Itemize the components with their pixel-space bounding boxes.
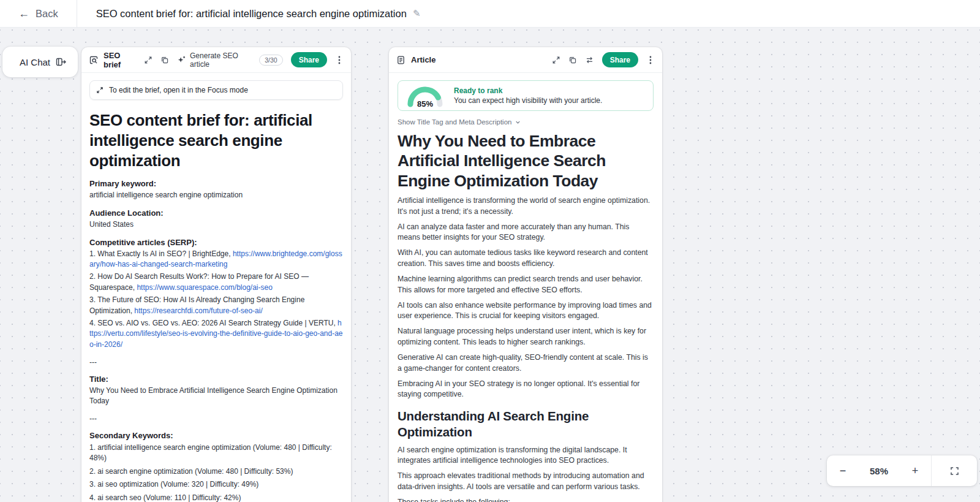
meta-description-toggle[interactable]: Show Title Tag and Meta Description [398,118,654,126]
open-panel-arrow-icon [56,57,67,67]
brief-divider: --- [89,414,343,423]
article-panel-title: Article [411,55,435,64]
serp-item: 1. What Exactly Is AI in SEO? | BrightEd… [89,249,343,270]
score-gauge: 85% [405,84,445,107]
serp-label: Competitive articles (SERP): [89,238,343,247]
share-button[interactable]: Share [291,52,327,67]
article-section-paragraphs: AI search engine optimization is transfo… [398,445,654,502]
page-title: SEO content brief for: artificial intell… [96,8,407,20]
ai-chat-button[interactable]: AI Chat [2,47,78,77]
audience-location-label: Audience Location: [89,208,343,218]
article-panel: Article Share [389,47,662,502]
serp-item: 2. How Do AI Search Results Work?: How t… [89,272,343,293]
secondary-keywords-list: 1. artificial intelligence search engine… [89,443,343,502]
article-paragraph: Machine learning algorithms can predict … [398,274,654,295]
score-description: You can expect high visibility with your… [454,96,602,105]
brief-panel-title: SEO brief [104,51,139,69]
serp-item: 3. The Future of SEO: How AI Is Already … [89,295,343,316]
generate-seo-article-button[interactable]: Generate SEO article 3/30 [177,51,283,69]
chevron-down-icon [514,119,521,126]
secondary-keywords-label: Secondary Keywords: [89,431,343,440]
copy-icon[interactable] [568,56,577,64]
serp-list: 1. What Exactly Is AI in SEO? | BrightEd… [89,249,343,351]
focus-mode-banner[interactable]: To edit the brief, open it in the Focus … [89,80,343,100]
back-label: Back [36,8,58,20]
sparkle-icon [177,55,186,64]
serp-item: 4. SEO vs. AIO vs. GEO vs. AEO: 2026 AI … [89,318,343,350]
article-paragraph: AI search engine optimization is transfo… [398,445,654,466]
article-paragraph: AI tools can also enhance website perfor… [398,300,654,322]
title-value: Why You Need to Embrace Artificial Intel… [89,386,343,406]
generate-label: Generate SEO article [190,51,255,69]
generate-quota-badge: 3/30 [259,55,282,66]
brief-panel-header: SEO brief [81,47,351,73]
share-button[interactable]: Share [602,52,638,67]
zoom-out-button[interactable]: − [827,465,859,477]
article-doc-icon [396,55,406,65]
kebab-menu-icon[interactable] [335,55,344,65]
expand-icon[interactable] [552,56,560,64]
score-title: Ready to rank [454,86,602,95]
brief-body: To edit the brief, open it in the Focus … [81,73,351,502]
article-paragraph: Natural language processing helps unders… [398,326,654,348]
article-paragraph: Artificial intelligence is transforming … [398,196,654,217]
ready-to-rank-banner: 85% Ready to rank You can expect high vi… [398,80,654,111]
article-h1: Why You Need to Embrace Artificial Intel… [398,131,654,191]
audience-location-value: United States [89,219,343,230]
score-value: 85% [405,99,445,108]
article-panel-header: Article Share [389,47,662,73]
article-paragraph: Generative AI can create high-quality, S… [398,352,654,374]
fullscreen-icon [949,466,960,476]
edit-pencil-icon[interactable]: ✎ [413,8,421,19]
expand-icon[interactable] [144,56,153,64]
article-paragraph: These tasks include the following: [398,497,654,502]
brief-divider: --- [89,358,343,367]
kebab-menu-icon[interactable] [646,55,655,65]
dotted-canvas: AI Chat SEO brief [0,28,980,502]
focus-expand-icon [96,86,104,94]
title-label: Title: [89,375,343,384]
secondary-keyword-item: 4. ai search seo (Volume: 110 | Difficul… [89,493,343,502]
seo-brief-panel: SEO brief [81,47,351,502]
article-paragraph: With AI, you can automate tedious tasks … [398,248,654,269]
secondary-keyword-item: 2. ai search engine optimization (Volume… [89,466,343,477]
serp-item-text: 4. SEO vs. AIO vs. GEO vs. AEO: 2026 AI … [89,319,337,327]
article-paragraph: This approach elevates traditional metho… [398,471,654,492]
zoom-in-button[interactable]: + [899,465,931,477]
focus-note-text: To edit the brief, open it in the Focus … [109,86,248,94]
article-h2: Understanding AI Search Engine Optimizat… [398,408,654,440]
score-text: Ready to rank You can expect high visibi… [454,86,602,105]
secondary-keyword-item: 3. ai seo optimization (Volume: 320 | Di… [89,479,343,490]
brief-doc-search-icon [89,55,99,65]
back-button[interactable]: ← Back [0,0,77,27]
regenerate-icon[interactable] [585,56,594,64]
brief-heading: SEO content brief for: artificial intell… [89,110,343,171]
primary-keyword-value: artificial intelligence search engine op… [89,190,343,200]
primary-keyword-label: Primary keyword: [89,179,343,188]
article-paragraph: AI can analyze data faster and more accu… [398,222,654,243]
article-intro-paragraphs: Artificial intelligence is transforming … [398,196,654,400]
ai-chat-label: AI Chat [20,57,50,67]
secondary-keyword-item: 1. artificial intelligence search engine… [89,443,343,464]
serp-item-text: 1. What Exactly Is AI in SEO? | BrightEd… [89,249,233,258]
page-title-wrap: SEO content brief for: artificial intell… [77,8,421,20]
article-body: 85% Ready to rank You can expect high vi… [389,73,662,502]
zoom-control: − 58% + [827,455,977,486]
back-arrow-icon: ← [18,8,29,19]
serp-item-link[interactable]: https://researchfdi.com/future-of-seo-ai… [134,306,262,315]
fullscreen-button[interactable] [932,466,977,476]
top-bar: ← Back SEO content brief for: artificial… [0,0,980,28]
article-paragraph: Embracing AI in your SEO strategy is no … [398,379,654,400]
serp-item-link[interactable]: https://www.squarespace.com/blog/ai-seo [137,283,272,292]
copy-icon[interactable] [160,56,169,64]
meta-toggle-label: Show Title Tag and Meta Description [398,118,511,126]
zoom-level: 58% [859,466,899,476]
